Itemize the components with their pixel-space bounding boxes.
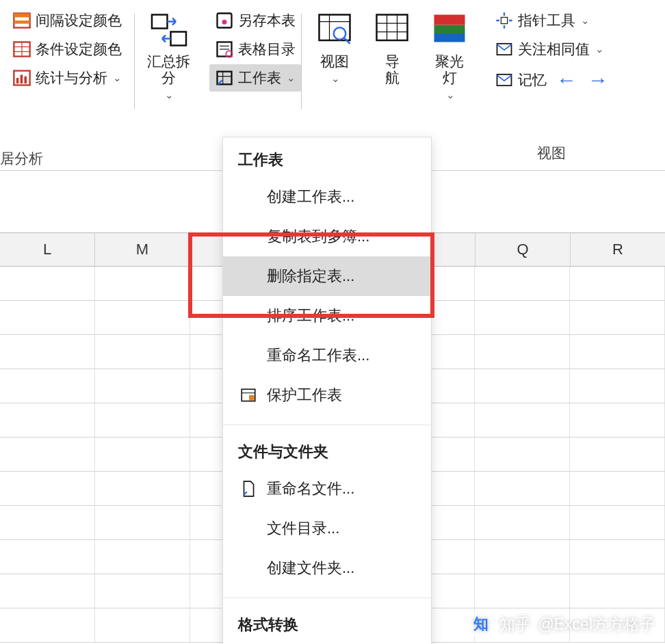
nav-back-button[interactable]: ← xyxy=(556,68,577,92)
navigate-label: 导 航 xyxy=(385,53,400,86)
table-fill-icon xyxy=(12,40,31,59)
pointer-icon xyxy=(495,11,514,30)
conditional-color-label: 条件设定颜色 xyxy=(36,40,122,59)
svg-rect-34 xyxy=(434,33,465,42)
navigate-button[interactable]: 导 航 xyxy=(366,7,418,89)
svg-rect-37 xyxy=(497,75,512,85)
stats-analysis-button[interactable]: 统计与分析 ⌄ xyxy=(7,64,127,92)
interval-color-button[interactable]: 间隔设定颜色 xyxy=(7,7,127,34)
chevron-down-icon: ⌄ xyxy=(446,89,455,101)
menu-rename-file[interactable]: 重命名文件... xyxy=(223,469,431,509)
menu-create-sheet[interactable]: 创建工作表... xyxy=(223,177,431,217)
dropdown-divider xyxy=(223,598,431,598)
interval-color-label: 间隔设定颜色 xyxy=(36,11,122,30)
worksheet-icon xyxy=(215,68,234,88)
pointer-tool-label: 指针工具 xyxy=(518,11,575,30)
view-label: 视图 xyxy=(320,53,349,70)
dropdown-section-title: 格式转换 xyxy=(223,612,431,642)
svg-rect-10 xyxy=(25,77,27,84)
summary-split-label: 汇总拆 分 xyxy=(147,53,190,86)
svg-rect-11 xyxy=(152,15,168,29)
column-header[interactable]: R xyxy=(571,233,665,266)
watermark-author: @Excel方方格子 xyxy=(538,614,655,635)
svg-rect-33 xyxy=(434,25,465,34)
svg-point-25 xyxy=(334,27,346,40)
watermark-site: 知乎 xyxy=(499,614,531,635)
memory-button[interactable]: 记忆 xyxy=(495,70,547,90)
menu-file-dir[interactable]: 文件目录... xyxy=(223,509,431,548)
envelope-icon xyxy=(495,40,514,59)
focus-same-value-button[interactable]: 关注相同值 ⌄ xyxy=(489,36,614,63)
chevron-down-icon: ⌄ xyxy=(287,72,296,84)
ribbon-group-sheet: 另存本表 表格目录 工作表 ⌄ xyxy=(203,7,301,144)
column-header[interactable]: L xyxy=(0,233,95,266)
chevron-down-icon: ⌄ xyxy=(581,14,590,27)
memory-label: 记忆 xyxy=(518,70,547,90)
dropdown-divider xyxy=(223,425,431,425)
save-as-sheet-button[interactable]: 另存本表 xyxy=(209,7,301,34)
save-as-sheet-label: 另存本表 xyxy=(238,11,296,30)
worksheet-dropdown-menu: 工作表 创建工作表... 复制表到多簿... 删除指定表... 排序工作表...… xyxy=(222,137,432,644)
chevron-down-icon: ⌄ xyxy=(165,89,174,101)
table-color-icon xyxy=(12,11,31,30)
memory-button-row: 记忆 ← → xyxy=(489,64,614,96)
chevron-down-icon: ⌄ xyxy=(113,72,122,84)
file-icon xyxy=(238,480,259,498)
stats-analysis-label: 统计与分析 xyxy=(36,68,107,88)
menu-rename-sheet[interactable]: 重命名工作表... xyxy=(223,336,431,375)
menu-copy-to-many[interactable]: 复制表到多簿... xyxy=(223,217,431,256)
svg-rect-35 xyxy=(501,17,507,23)
pointer-tool-button[interactable]: 指针工具 ⌄ xyxy=(489,7,614,34)
watermark: 知 知乎 @Excel方方格子 xyxy=(469,613,655,636)
svg-rect-1 xyxy=(14,14,29,18)
view-button[interactable]: 视图 ⌄ xyxy=(309,7,361,88)
svg-point-14 xyxy=(222,20,227,25)
spotlight-button[interactable]: 聚光 灯 ⌄ xyxy=(423,7,475,104)
menu-create-folder[interactable]: 创建文件夹... xyxy=(223,548,431,588)
worksheet-label: 工作表 xyxy=(238,68,281,88)
chevron-down-icon: ⌄ xyxy=(595,43,604,55)
split-merge-icon xyxy=(148,10,190,51)
svg-rect-12 xyxy=(170,32,186,46)
memory-icon xyxy=(495,70,514,90)
column-header[interactable]: M xyxy=(95,233,190,266)
chevron-down-icon: ⌄ xyxy=(331,72,340,85)
sheet-toc-label: 表格目录 xyxy=(238,40,296,59)
menu-sort-sheet[interactable]: 排序工作表... xyxy=(223,296,431,336)
group-caption-view: 视图 xyxy=(537,144,566,163)
sheet-toc-button[interactable]: 表格目录 xyxy=(209,36,301,63)
conditional-color-button[interactable]: 条件设定颜色 xyxy=(7,36,127,63)
stats-icon xyxy=(12,68,31,88)
svg-rect-9 xyxy=(21,75,23,83)
focus-same-value-label: 关注相同值 xyxy=(518,40,590,59)
svg-rect-32 xyxy=(434,15,465,25)
spotlight-label: 聚光 灯 xyxy=(435,53,464,86)
worksheet-dropdown-button[interactable]: 工作表 ⌄ xyxy=(209,64,301,92)
svg-rect-8 xyxy=(16,78,18,83)
ribbon-group-view: 视图 ⌄ 导 航 聚光 灯 ⌄ xyxy=(302,7,482,144)
menu-protect-sheet[interactable]: 保护工作表 xyxy=(223,375,431,415)
ribbon-group-tools: 指针工具 ⌄ 关注相同值 ⌄ 记忆 ← → xyxy=(482,7,621,144)
ribbon-group-summary: 汇总拆 分 ⌄ xyxy=(135,7,203,144)
save-icon xyxy=(215,11,234,30)
view-icon xyxy=(314,10,355,51)
toc-icon xyxy=(215,40,234,59)
lock-sheet-icon xyxy=(238,386,259,404)
dropdown-section-title: 工作表 xyxy=(223,147,431,177)
column-header[interactable]: Q xyxy=(475,233,571,266)
dropdown-section-title: 文件与文件夹 xyxy=(223,439,431,469)
nav-arrows: ← → xyxy=(556,68,608,92)
menu-delete-sheet[interactable]: 删除指定表... xyxy=(223,256,431,296)
svg-rect-2 xyxy=(14,21,29,24)
svg-rect-36 xyxy=(497,44,512,55)
group-caption-partial: 居分析 xyxy=(0,149,43,168)
nav-forward-button[interactable]: → xyxy=(588,68,608,92)
ribbon-group-formatting: 间隔设定颜色 条件设定颜色 统计与分析 ⌄ xyxy=(0,7,134,144)
summary-split-button[interactable]: 汇总拆 分 ⌄ xyxy=(142,7,196,104)
spotlight-icon xyxy=(429,10,470,51)
svg-rect-27 xyxy=(377,15,408,41)
svg-rect-40 xyxy=(249,395,255,401)
grid-icon xyxy=(371,10,413,51)
zhihu-logo-icon: 知 xyxy=(469,613,493,636)
